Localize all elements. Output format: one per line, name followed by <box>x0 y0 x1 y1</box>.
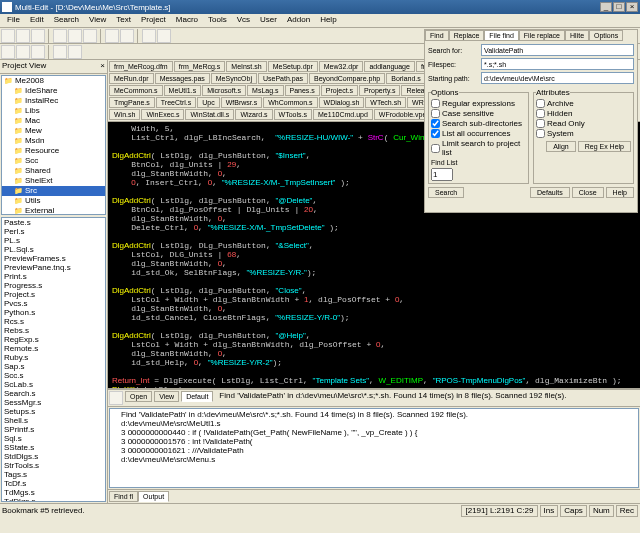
file-list[interactable]: Paste.sPerl.sPL.sPL.Sql.sPreviewFrames.s… <box>1 217 106 502</box>
list-item[interactable]: PreviewPane.tnq.s <box>2 263 105 272</box>
editor-tab[interactable]: WTools.s <box>274 109 312 120</box>
list-item[interactable]: SPrintf.s <box>2 425 105 434</box>
editor-tab[interactable]: frm_MeRcog.dfm <box>109 61 173 72</box>
attr-checkbox[interactable] <box>536 129 545 138</box>
editor-tab[interactable]: WTech.sh <box>365 97 406 108</box>
editor-tab[interactable]: MeSyncObj <box>211 73 257 84</box>
paste-icon[interactable] <box>83 29 97 43</box>
tree-item[interactable]: External <box>2 206 105 215</box>
tree-item[interactable]: Shared <box>2 166 105 176</box>
tool-icon[interactable] <box>31 45 45 59</box>
option-checkbox[interactable] <box>431 109 440 118</box>
tree-item[interactable]: Mac <box>2 116 105 126</box>
search-tab[interactable]: File find <box>484 30 519 41</box>
editor-tab[interactable]: Upc <box>197 97 219 108</box>
list-item[interactable]: Perl.s <box>2 227 105 236</box>
list-item[interactable]: Rebs.s <box>2 326 105 335</box>
new-icon[interactable] <box>1 29 15 43</box>
editor-tab[interactable]: MeInst.sh <box>226 61 266 72</box>
list-item[interactable]: ScLab.s <box>2 380 105 389</box>
option-checkbox[interactable] <box>431 99 440 108</box>
list-item[interactable]: Paste.s <box>2 218 105 227</box>
editor-tab[interactable]: addlanguage <box>364 61 415 72</box>
menu-help[interactable]: Help <box>315 14 341 27</box>
list-item[interactable]: TdDlgs.s <box>2 497 105 502</box>
search-tab[interactable]: File replace <box>519 30 565 41</box>
list-item[interactable]: Remote.s <box>2 344 105 353</box>
editor-tab[interactable]: WhCommon.s <box>263 97 317 108</box>
findlist-input[interactable] <box>431 168 453 181</box>
tool-icon[interactable] <box>68 45 82 59</box>
list-item[interactable]: Sql.s <box>2 434 105 443</box>
path-input[interactable] <box>481 72 634 84</box>
maximize-button[interactable]: □ <box>613 2 625 12</box>
list-item[interactable]: SState.s <box>2 443 105 452</box>
close-button[interactable]: × <box>626 2 638 12</box>
search-tab[interactable]: Options <box>589 30 623 41</box>
list-item[interactable]: Shell.s <box>2 416 105 425</box>
open-icon[interactable] <box>16 29 30 43</box>
output-tab-default[interactable]: Default <box>181 391 213 402</box>
attr-checkbox[interactable] <box>536 119 545 128</box>
editor-tab[interactable]: Me110Cmd.upd <box>313 109 373 120</box>
list-item[interactable]: Rcs.s <box>2 317 105 326</box>
editor-tab[interactable]: WDialog.sh <box>319 97 365 108</box>
menu-edit[interactable]: Edit <box>25 14 49 27</box>
editor-tab[interactable]: Win.sh <box>109 109 140 120</box>
tree-item[interactable]: Libs <box>2 106 105 116</box>
editor-tab[interactable]: WfBrwsr.s <box>221 97 263 108</box>
list-item[interactable]: PreviewFrames.s <box>2 254 105 263</box>
output-line[interactable]: d:\dev\meu\Me\src\Menu.s <box>111 455 637 464</box>
list-item[interactable]: RegExp.s <box>2 335 105 344</box>
attr-checkbox[interactable] <box>536 99 545 108</box>
list-item[interactable]: SessMgr.s <box>2 398 105 407</box>
list-item[interactable]: Pvcs.s <box>2 299 105 308</box>
tool-icon[interactable] <box>53 45 67 59</box>
editor-tab[interactable]: UsePath.pas <box>258 73 308 84</box>
menu-project[interactable]: Project <box>136 14 171 27</box>
list-item[interactable]: Search.s <box>2 389 105 398</box>
defaults-button[interactable]: Defaults <box>530 187 570 198</box>
editor-tab[interactable]: MeRun.dpr <box>109 73 154 84</box>
output-body[interactable]: Find 'ValidatePath' in d:\dev\meu\Me\src… <box>109 408 639 488</box>
output-btm-find[interactable]: Find fl <box>109 491 138 502</box>
tree-item[interactable]: Resource <box>2 146 105 156</box>
editor-tab[interactable]: Panes.s <box>285 85 320 96</box>
list-item[interactable]: Progress.s <box>2 281 105 290</box>
output-btm-output[interactable]: Output <box>138 491 169 502</box>
tool-icon[interactable] <box>1 45 15 59</box>
menu-search[interactable]: Search <box>49 14 84 27</box>
menu-tools[interactable]: Tools <box>203 14 232 27</box>
list-item[interactable]: StrTools.s <box>2 461 105 470</box>
editor-tab[interactable]: Messages.pas <box>155 73 210 84</box>
editor-tab[interactable]: Borland.s <box>386 73 426 84</box>
output-tab-view[interactable]: View <box>154 391 179 402</box>
tree-item[interactable]: Utils <box>2 196 105 206</box>
undo-icon[interactable] <box>105 29 119 43</box>
editor-tab[interactable]: Property.s <box>359 85 400 96</box>
find-icon[interactable] <box>142 29 156 43</box>
editor-tab[interactable]: frm_MeRcg.s <box>174 61 226 72</box>
editor-tab[interactable]: MsLag.s <box>247 85 283 96</box>
list-item[interactable]: Print.s <box>2 272 105 281</box>
editor-tab[interactable]: TmgPane.s <box>109 97 155 108</box>
tree-item[interactable]: Src <box>2 186 105 196</box>
list-item[interactable]: Setups.s <box>2 407 105 416</box>
menu-vcs[interactable]: Vcs <box>232 14 255 27</box>
list-item[interactable]: Scc.s <box>2 371 105 380</box>
replace-icon[interactable] <box>157 29 171 43</box>
menu-file[interactable]: File <box>2 14 25 27</box>
close-icon[interactable]: × <box>100 61 105 72</box>
redo-icon[interactable] <box>120 29 134 43</box>
search-tab[interactable]: Find <box>425 30 449 41</box>
menu-addon[interactable]: Addon <box>282 14 315 27</box>
editor-tab[interactable]: MeSetup.dpr <box>268 61 318 72</box>
search-button[interactable]: Search <box>428 187 464 198</box>
tree-item[interactable]: ShelExt <box>2 176 105 186</box>
menu-macro[interactable]: Macro <box>171 14 203 27</box>
search-tab[interactable]: Replace <box>449 30 485 41</box>
editor-tab[interactable]: TreeCtrl.s <box>156 97 196 108</box>
editor-tab[interactable]: MeUtl1.s <box>164 85 202 96</box>
tool-icon[interactable] <box>16 45 30 59</box>
output-line[interactable]: Find 'ValidatePath' in d:\dev\meu\Me\src… <box>111 410 637 419</box>
